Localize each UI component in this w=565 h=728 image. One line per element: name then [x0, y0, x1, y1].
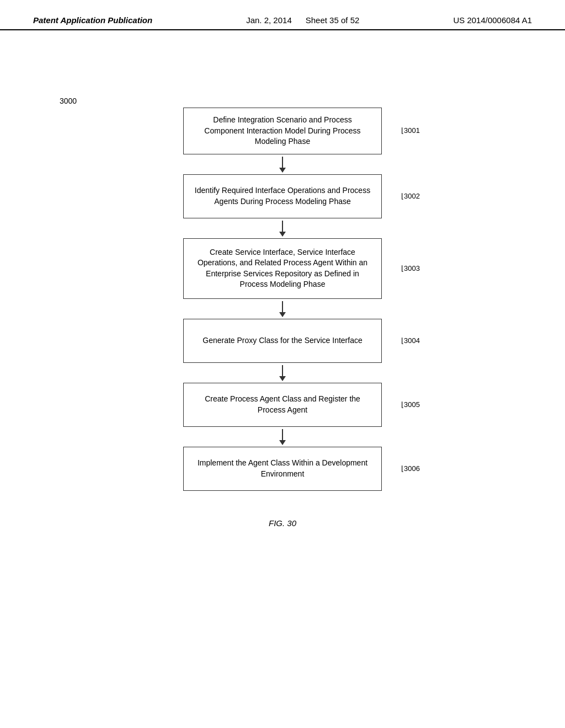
sheet-label: Sheet 35 of 52 [306, 15, 360, 25]
ref-num-3: ⌊3003 [401, 264, 420, 274]
arrow-3 [183, 299, 382, 319]
step-text-6: Implement the Agent Class Within a Devel… [194, 458, 371, 479]
ref-num-6: ⌊3006 [401, 464, 420, 474]
step-text-1: Define Integration Scenario and Process … [194, 115, 371, 147]
step-box-1: Define Integration Scenario and Process … [183, 108, 382, 154]
step-box-3: Create Service Interface, Service Interf… [183, 238, 382, 299]
step-box-5: Create Process Agent Class and Register … [183, 383, 382, 427]
arrow-5 [183, 427, 382, 447]
ref-num-5: ⌊3005 [401, 400, 420, 410]
step-text-4: Generate Proxy Class for the Service Int… [202, 335, 362, 346]
step-row-1: Define Integration Scenario and Process … [0, 108, 565, 154]
step-text-3: Create Service Interface, Service Interf… [194, 247, 371, 290]
flowchart: Define Integration Scenario and Process … [0, 108, 565, 528]
ref-num-2: ⌊3002 [401, 191, 420, 201]
step-text-2: Identify Required Interface Operations a… [194, 185, 371, 207]
patent-publication-label: Patent Application Publication [33, 15, 152, 25]
step-box-2: Identify Required Interface Operations a… [183, 174, 382, 218]
step-row-5: Create Process Agent Class and Register … [0, 383, 565, 427]
ref-num-4: ⌊3004 [401, 336, 420, 346]
step-row-4: Generate Proxy Class for the Service Int… [0, 319, 565, 363]
step-text-5: Create Process Agent Class and Register … [194, 394, 371, 415]
date-label: Jan. 2, 2014 [246, 15, 292, 25]
arrow-1 [183, 154, 382, 174]
step-row-3: Create Service Interface, Service Interf… [0, 238, 565, 299]
ref-num-1: ⌊3001 [401, 126, 420, 136]
patent-number-label: US 2014/0006084 A1 [453, 15, 532, 25]
header-date-sheet: Jan. 2, 2014 Sheet 35 of 52 [246, 15, 359, 25]
diagram-number-label: 3000 [60, 97, 77, 105]
step-box-4: Generate Proxy Class for the Service Int… [183, 319, 382, 363]
step-row-6: Implement the Agent Class Within a Devel… [0, 447, 565, 491]
step-box-6: Implement the Agent Class Within a Devel… [183, 447, 382, 491]
step-row-2: Identify Required Interface Operations a… [0, 174, 565, 218]
figure-label: FIG. 30 [269, 518, 296, 528]
arrow-2 [183, 218, 382, 238]
arrow-4 [183, 363, 382, 383]
